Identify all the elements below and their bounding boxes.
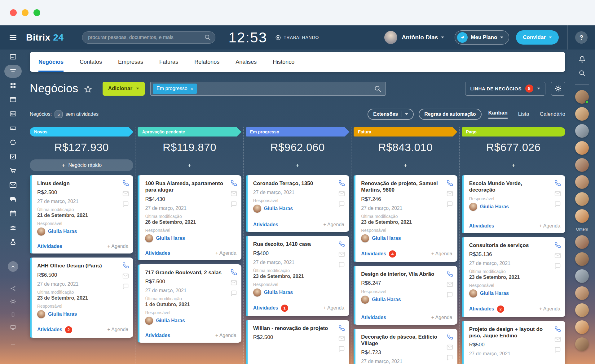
chip-remove-icon[interactable]: × [191,86,193,91]
phone-icon[interactable] [447,333,453,340]
user-avatar[interactable] [575,320,589,334]
quick-add-plus-button[interactable]: + [138,159,241,171]
employees-icon[interactable] [9,224,17,232]
add-agenda-link[interactable]: + Agenda [323,222,344,228]
collapse-menu-icon[interactable] [8,261,18,272]
deal-title[interactable]: Decoração de páscoa, Edifício Village [361,334,452,347]
deal-title[interactable]: Projeto de design + layout do piso, Jaqu… [469,326,560,339]
tab-faturas[interactable]: Faturas [159,52,178,72]
desktop-app-icon[interactable] [10,324,16,331]
activities-link[interactable]: Atividades [361,315,386,320]
drive-icon[interactable] [9,124,17,132]
user-avatar[interactable] [575,158,589,172]
tab-relatorios[interactable]: Relatórios [194,52,219,72]
work-status[interactable]: TRABALHANDO [275,35,319,41]
tab-negocios[interactable]: Negócios [38,52,64,72]
user-avatar[interactable] [575,303,589,317]
deal-title[interactable]: AHH Office Design (Paris) [37,262,128,269]
user-avatar[interactable] [575,269,589,283]
responsible-avatar[interactable] [37,228,45,236]
user-avatar[interactable] [575,337,589,351]
crm-icon[interactable] [4,65,22,78]
mail-icon[interactable] [447,190,453,197]
bitrix24-logo[interactable]: Bitrix 24 [26,32,64,43]
tab-historico[interactable]: Histórico [273,52,294,72]
activities-link[interactable]: Atividades [469,223,494,229]
quick-add-plus-button[interactable]: + [462,159,565,171]
phone-icon[interactable] [231,269,237,275]
add-agenda-link[interactable]: + Agenda [539,306,560,312]
responsible-avatar[interactable] [469,289,477,297]
stop-timer-icon[interactable] [275,35,281,41]
phone-icon[interactable] [554,180,561,186]
deal-card[interactable]: Coronado Terraço, 1350 27 de março, 2021… [246,175,349,232]
user-avatar[interactable] [575,90,589,104]
deal-card[interactable]: 100 Rua Alameda, apartamento para alugar… [138,175,241,260]
add-deal-button[interactable]: Adicionar [103,82,145,96]
filter-chip[interactable]: Em progresso × [153,84,197,94]
user-avatar[interactable] [575,209,589,223]
mail-icon[interactable] [231,280,237,286]
chat-icon[interactable] [554,201,561,207]
phone-icon[interactable] [231,180,237,186]
activities-link[interactable]: Atividades [469,306,494,312]
deal-title[interactable]: Linus design [37,180,128,187]
phone-icon[interactable] [447,271,453,277]
add-agenda-link[interactable]: + Agenda [107,244,128,249]
chat-icon[interactable] [447,201,453,207]
user-avatar[interactable] [575,235,589,249]
close-window-icon[interactable] [10,9,17,16]
activities-link[interactable]: Atividades [253,222,278,228]
deal-title[interactable]: Consultoria de serviços [469,242,560,249]
mail-icon[interactable] [338,335,345,342]
add-agenda-link[interactable]: + Agenda [215,250,236,256]
tab-empresas[interactable]: Empresas [118,52,143,72]
user-avatar[interactable] [575,175,589,189]
responsible-link[interactable]: Giulia Haras [264,290,293,295]
deal-card[interactable]: Decoração de páscoa, Edifício Village R$… [354,329,457,364]
phone-icon[interactable] [554,326,561,332]
deal-title[interactable]: 717 Grande Boulevard, 2 salas [145,269,236,276]
automation-rules-button[interactable]: Regras de automação [419,109,481,120]
add-agenda-link[interactable]: + Agenda [431,315,452,320]
chat-icon[interactable] [447,292,453,298]
live-feed-icon[interactable] [9,53,17,61]
responsible-avatar[interactable] [361,296,369,304]
responsible-avatar[interactable] [253,205,261,213]
responsible-avatar[interactable] [37,310,45,318]
add-agenda-link[interactable]: + Agenda [107,327,128,332]
chat-icon[interactable] [122,283,129,290]
search-icon[interactable] [204,34,211,41]
quick-add-plus-button[interactable]: + [246,159,349,171]
filter-search-icon[interactable] [374,85,381,93]
mail-icon[interactable] [122,273,129,279]
view-kanban[interactable]: Kanban [488,110,508,119]
chat-icon[interactable] [231,290,237,297]
phone-icon[interactable] [447,180,453,186]
user-avatar[interactable] [575,286,589,300]
my-plan-button[interactable]: Meu Plano [455,30,509,45]
chat-icon[interactable] [554,347,561,353]
add-item-icon[interactable] [10,342,16,348]
responsible-link[interactable]: Giulia Haras [372,297,401,302]
responsible-avatar[interactable] [361,234,369,242]
activities-link[interactable]: Atividades [145,250,170,256]
minimize-window-icon[interactable] [22,9,29,16]
deal-title[interactable]: 100 Rua Alameda, apartamento para alugar [145,180,236,193]
deal-title[interactable]: Escola Mundo Verde, decoração [469,180,560,193]
help-button[interactable]: ? [575,31,588,44]
counter-badge[interactable]: 5 [55,110,63,118]
deal-card[interactable]: 717 Grande Boulevard, 2 salas R$7.500 27… [138,264,241,343]
market-cart-icon[interactable] [9,167,17,175]
user-avatar[interactable] [575,141,589,155]
menu-hamburger-icon[interactable] [0,33,26,41]
deal-card[interactable]: Consultoria de serviços R$35.136 27 de m… [462,237,565,317]
mail-icon[interactable] [338,251,345,258]
deal-card[interactable]: Renovação de projeto, Samuel Martins, 98… [354,175,457,262]
activities-link[interactable]: Atividades [253,305,278,311]
responsible-link[interactable]: Giulia Haras [156,318,185,323]
activities-link[interactable]: Atividades [37,327,62,332]
invite-button[interactable]: Convidar [516,30,559,45]
column-header[interactable]: Aprovação pendente [138,127,241,136]
deal-title[interactable]: Coronado Terraço, 1350 [253,180,344,187]
